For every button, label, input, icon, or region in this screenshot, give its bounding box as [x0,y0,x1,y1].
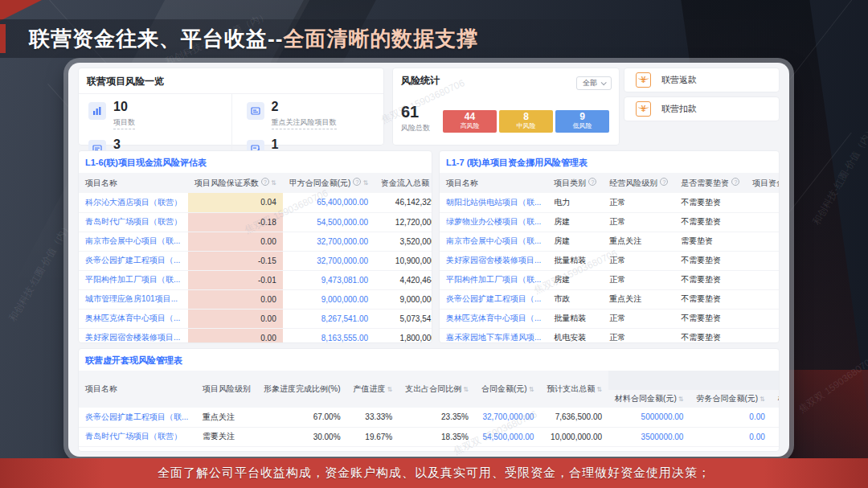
project-link[interactable]: 平阳构件加工厂项目（联营） [79,446,196,452]
table-cell[interactable]: 1,500,000 [772,427,780,446]
table-cell: 30.00% [257,427,347,446]
table-row: 嘉禾家园地下车库通风项...机电安装正常不需要垫资5,425,000 [440,328,780,343]
table-cell[interactable]: 8,267,541.00 [283,309,375,328]
column-header[interactable]: 产值进度⇅ [347,371,399,408]
table-cell[interactable]: 374,333 [746,212,780,232]
project-link[interactable]: 青岛时代广场项目（联营） [79,427,196,446]
table-cell: 电力 [547,193,603,212]
table-cell: 正常 [603,328,674,343]
project-link[interactable]: 青岛时代广场项目（联营） [79,212,188,232]
page-title-normal: 联营资金往来、平台收益-- [29,27,283,51]
table-cell: -0.18 [188,212,283,232]
info-icon: ? [353,178,361,186]
table-cell[interactable]: 4,421,335 [746,309,780,328]
table-cell[interactable]: 9,473,081.00 [475,446,540,452]
table-cell[interactable]: 3500000.00 [608,427,690,446]
table-cell[interactable]: 0 [746,193,780,212]
project-link[interactable]: 炎帝公园扩建工程项目（联... [79,408,196,427]
project-link[interactable]: 奥林匹克体育中心项目（... [79,309,188,328]
project-link[interactable]: 城市管理应急房101项目... [79,289,188,309]
info-icon: ? [660,178,668,186]
sort-icon[interactable]: ⇅ [387,386,393,393]
project-link[interactable]: 南京市会展中心项目（联... [79,232,188,251]
column-header: 项目资金池余额(元)(元)? [746,173,780,193]
sort-icon[interactable]: ⇅ [271,179,276,187]
table-cell[interactable]: 32,700,000.00 [283,232,375,251]
project-link[interactable]: 平阳构件加工厂项目（联... [79,270,188,289]
sort-icon[interactable]: ⇅ [760,396,765,403]
table-cell[interactable]: 5,425,000 [746,328,780,343]
stat-value: 1 [272,137,337,151]
project-link[interactable]: 美好家园宿舍楼装修项目... [79,328,188,343]
stat-label-link[interactable]: 项目数 [113,117,135,129]
table-cell[interactable]: 32,700,000.00 [475,408,540,427]
table-cell[interactable]: 9,000,000.00 [283,289,375,309]
sort-icon[interactable]: ⇅ [529,386,534,393]
table-cell[interactable]: 800782.00 [690,446,771,452]
column-header[interactable]: 劳务合同金额(元)⇅ [690,390,771,408]
sort-icon[interactable]: ⇅ [362,179,368,187]
table-row: 奥林匹克体育中心项目（...0.008,267,541.005,073,541.… [79,309,432,328]
table-cell: 房建 [547,212,603,232]
sort-icon[interactable]: ⇅ [678,396,684,403]
filter-dropdown[interactable]: 全部 [576,76,612,90]
table-cell[interactable]: 3,733,500 [746,289,780,309]
table-cell: 10,000,000.00 [540,427,608,446]
table-row: 平阳构件加工厂项目（联...房建正常不需要垫资1,132,362 [440,270,780,289]
project-link[interactable]: 科尔沁大酒店项目（联营） [79,193,188,212]
column-header[interactable]: 项目风险保证系数?⇅ [188,173,283,193]
table-cell: 1,800,000.00 [375,328,432,343]
table-cell[interactable]: 32,700,000.00 [283,251,375,270]
table-cell[interactable]: 0.00 [690,427,771,446]
column-header[interactable]: 预计支出总额⇅ [540,371,608,408]
column-header[interactable]: 支出占合同比例⇅ [399,371,475,408]
project-link[interactable]: 绿萝物业办公楼项目（联... [440,212,547,232]
column-header[interactable]: 机械设备合同金额(元)⇅ [772,390,780,408]
project-link[interactable]: 美好家园宿舍楼装修项目... [440,251,547,270]
table-cell[interactable]: 951,900 [746,232,780,251]
table-cell[interactable]: 54,500,000.00 [475,427,540,446]
project-link[interactable]: 南京市会展中心项目（联... [440,232,547,251]
table-cell[interactable]: 9,473,081.00 [283,270,375,289]
project-link[interactable]: 炎帝公园扩建工程项目（... [79,251,188,270]
column-header[interactable]: 材料合同金额(元)⇅ [608,390,690,408]
table-cell[interactable]: 4000000.00 [608,446,690,452]
badge-value: 9 [555,112,609,122]
table-cell: 重点关注 [603,232,674,251]
table-cell[interactable]: 8,163,555.00 [283,328,375,343]
bar-chart-icon [88,102,106,120]
table-cell[interactable]: 1,096,000 [746,251,780,270]
table-cell[interactable]: 1,030,200 [772,446,780,452]
table-cell: 正常 [603,193,674,212]
sort-icon[interactable]: ⇅ [463,386,469,393]
column-header[interactable]: 资金流入总额?⇅ [375,173,432,193]
table-cell: 10,900,000.00 [375,251,432,270]
dashboard-card: 联营项目风险一览 10项目数 2重点关注风险项目数 3风险项目数 [68,63,789,457]
table-cell: 不需要垫资 [674,270,746,289]
project-link[interactable]: 朝阳北站供电站项目（联... [440,193,547,212]
table-cell[interactable]: 1,132,362 [746,270,780,289]
table-cell[interactable]: 0.00 [690,408,771,427]
table-cell: 机电安装 [547,328,603,343]
deduction-button[interactable]: ¥联营扣款 [624,96,780,121]
table-cell[interactable]: 54,500,000.00 [283,212,375,232]
project-link[interactable]: 嘉禾家园地下车库通风项... [440,328,547,343]
table-row: 项目名称项目风险保证系数?⇅甲方合同金额(元)?⇅资金流入总额?⇅资金流出总额 [79,173,432,193]
project-link[interactable]: 奥林匹克体育中心项目（... [440,309,547,328]
table-cell: 6,811,368.00 [540,446,608,452]
sort-icon[interactable]: ⇅ [596,386,602,393]
table-cell[interactable]: 65,400,000.00 [283,193,375,212]
table-row: 朝阳北站供电站项目（联...电力正常不需要垫资0 [440,193,780,212]
table-cell: 33.33% [347,408,399,427]
refund-button[interactable]: ¥联营返款 [624,68,780,92]
column-header: 经营风险级别? [603,173,674,193]
project-link[interactable]: 炎帝公园扩建工程项目（... [440,289,547,309]
project-link[interactable]: 平阳构件加工厂项目（联... [440,270,547,289]
column-header[interactable]: 甲方合同金额(元)?⇅ [283,173,375,193]
stat-label-link[interactable]: 重点关注风险项目数 [272,117,337,129]
table-cell[interactable]: 5000000.00 [608,408,690,427]
column-header[interactable]: 合同金额(元)⇅ [475,371,540,408]
table-cell: 批量精装 [547,309,603,328]
table-cell: 0.00 [188,328,283,343]
table-cell[interactable]: 2,630,000 [772,408,780,427]
